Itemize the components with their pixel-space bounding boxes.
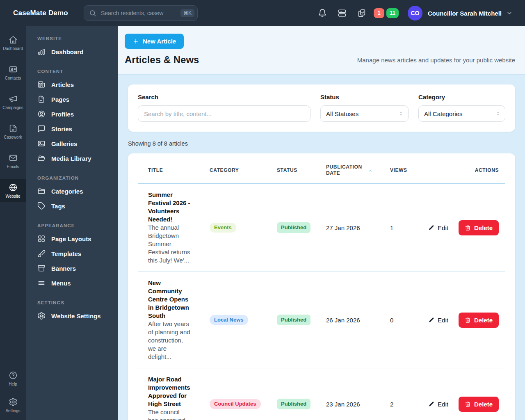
table-row: Major Road Improvements Approved for Hig… — [138, 368, 505, 420]
sidebar-item-tags[interactable]: Tags — [26, 199, 118, 213]
trash-icon — [465, 401, 471, 407]
sidebar-item-media-library[interactable]: Media Library — [26, 151, 118, 166]
sidebar-item-articles[interactable]: Articles — [26, 77, 118, 92]
home-icon — [9, 35, 18, 44]
article-title: New Community Centre Opens in Bridgetown… — [148, 279, 190, 320]
article-excerpt: The council has approved a — [148, 408, 190, 420]
rail-item-campaigns[interactable]: Campaigns — [0, 90, 26, 114]
page-subtitle: Manage news articles and updates for you… — [357, 57, 515, 64]
rail-item-contacts[interactable]: Contacts — [0, 61, 26, 84]
primary-nav-rail: Dashboard Contacts Campaigns Casework Em… — [0, 26, 26, 420]
rail-item-help[interactable]: Help — [0, 367, 26, 390]
column-header-views[interactable]: Views — [380, 167, 424, 173]
sidebar-item-label: Tags — [51, 203, 65, 210]
column-header-title[interactable]: Title — [138, 167, 199, 173]
sidebar-item-banners[interactable]: Banners — [26, 261, 118, 276]
select-chevrons-icon — [398, 111, 404, 116]
pencil-icon — [428, 225, 434, 231]
delete-button[interactable]: Delete — [459, 313, 499, 328]
sidebar-item-stories[interactable]: Stories — [26, 121, 118, 136]
file-icon — [9, 124, 18, 133]
search-label: Search — [138, 94, 310, 100]
sidebar-item-dashboard[interactable]: Dashboard — [26, 44, 118, 59]
sidebar-item-menus[interactable]: Menus — [26, 276, 118, 290]
delete-button[interactable]: Delete — [459, 220, 499, 235]
envelope-icon — [9, 153, 18, 162]
sidebar-item-website-settings[interactable]: Website Settings — [26, 308, 118, 323]
sidebar-item-templates[interactable]: Templates — [26, 246, 118, 261]
article-title-cell[interactable]: New Community Centre Opens in Bridgetown… — [138, 279, 199, 361]
edit-button[interactable]: Edit — [428, 317, 448, 324]
article-title-cell[interactable]: Major Road Improvements Approved for Hig… — [138, 375, 199, 420]
rail-item-label: Settings — [5, 409, 20, 413]
pencil-icon — [428, 317, 434, 323]
sidebar-item-profiles[interactable]: Profiles — [26, 107, 118, 121]
publication-date: 27 Jan 2026 — [316, 224, 380, 231]
page-title: Articles & News — [125, 54, 199, 66]
delete-button[interactable]: Delete — [459, 397, 499, 412]
article-search-input[interactable] — [138, 105, 310, 122]
publication-date: 23 Jan 2026 — [316, 401, 380, 408]
sort-ascending-icon — [368, 168, 373, 173]
column-header-publication-date[interactable]: Publication Date — [316, 164, 380, 176]
status-badge: Published — [277, 315, 310, 326]
rail-item-label: Campaigns — [2, 105, 23, 110]
global-search-input[interactable] — [100, 9, 177, 17]
sidebar-item-label: Galleries — [51, 140, 77, 147]
sidebar-item-galleries[interactable]: Galleries — [26, 136, 118, 151]
user-avatar[interactable]: CO — [408, 6, 422, 21]
status-select[interactable]: All Statuses — [320, 105, 409, 122]
category-select[interactable]: All Categories — [418, 105, 505, 122]
article-excerpt: After two years of planning and construc… — [148, 320, 190, 361]
globe-icon — [9, 183, 18, 192]
column-header-status[interactable]: Status — [267, 167, 316, 173]
main-area: New Article Articles & News Manage news … — [118, 26, 525, 420]
edit-button[interactable]: Edit — [428, 224, 448, 231]
category-badge: Local News — [210, 315, 248, 325]
topbar-right: 1 11 CO Councillor Sarah Mitchell — [307, 6, 513, 21]
status-label: Status — [320, 94, 409, 100]
paintbrush-icon — [37, 249, 46, 258]
rail-item-casework[interactable]: Casework — [0, 120, 26, 143]
image-icon — [37, 139, 46, 148]
article-title-cell[interactable]: Summer Festival 2026 - Volunteers Needed… — [138, 191, 199, 265]
rail-item-settings[interactable]: Settings — [0, 393, 26, 417]
new-article-label: New Article — [143, 38, 176, 45]
table-header-row: Title Category Status Publication Date V… — [138, 153, 505, 184]
sidebar-item-categories[interactable]: Categories — [26, 184, 118, 199]
column-header-category[interactable]: Category — [199, 167, 267, 173]
rail-item-emails[interactable]: Emails — [0, 149, 26, 173]
server-icon[interactable] — [338, 9, 347, 18]
filter-status: Status All Statuses — [320, 94, 409, 122]
sidebar-item-page-layouts[interactable]: Page Layouts — [26, 231, 118, 246]
edit-button[interactable]: Edit — [428, 401, 448, 408]
chevron-down-icon[interactable] — [506, 10, 513, 16]
red-count-badge[interactable]: 1 — [374, 8, 384, 18]
trash-icon — [465, 225, 471, 231]
filter-search: Search — [138, 94, 310, 122]
views-count: 1 — [380, 224, 424, 231]
rail-item-label: Contacts — [5, 76, 21, 80]
bar-chart-icon — [37, 48, 46, 56]
global-search[interactable]: ⌘K — [84, 5, 198, 21]
rail-item-dashboard[interactable]: Dashboard — [0, 31, 26, 55]
pencil-icon — [428, 401, 434, 407]
sidebar-item-pages[interactable]: Pages — [26, 92, 118, 107]
top-bar: CaseMate Demo ⌘K 1 11 CO Councillor Sara… — [0, 0, 525, 26]
sidebar-item-label: Categories — [51, 188, 83, 195]
sidebar-item-label: Dashboard — [51, 48, 83, 55]
user-name: Councillor Sarah Mitchell — [428, 10, 502, 17]
grid-icon — [37, 235, 46, 243]
article-title: Summer Festival 2026 - Volunteers Needed… — [148, 191, 190, 224]
notifications-bell-icon[interactable] — [318, 9, 327, 18]
rail-item-label: Dashboard — [3, 46, 23, 51]
rail-item-website[interactable]: Website — [0, 179, 26, 202]
help-circle-icon — [9, 371, 18, 380]
rail-item-label: Casework — [4, 135, 22, 139]
select-chevrons-icon — [495, 111, 501, 116]
clipboard-check-icon[interactable] — [357, 9, 366, 18]
green-count-badge[interactable]: 11 — [386, 8, 399, 18]
new-article-button[interactable]: New Article — [125, 34, 184, 49]
rail-item-label: Website — [6, 194, 21, 199]
gear-icon — [9, 397, 18, 406]
